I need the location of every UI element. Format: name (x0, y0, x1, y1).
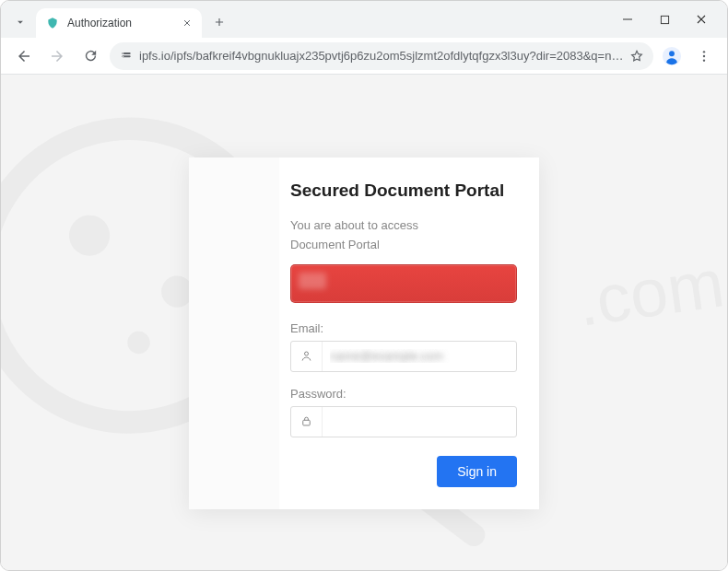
arrow-left-icon (16, 48, 32, 64)
bookmark-button[interactable] (629, 49, 644, 64)
back-button[interactable] (10, 42, 38, 70)
svg-point-17 (305, 352, 309, 355)
page-viewport: risk .com Secured Document Portal You ar… (1, 75, 727, 570)
svg-point-9 (703, 59, 705, 61)
user-icon (291, 342, 323, 371)
forward-button[interactable] (43, 42, 71, 70)
plus-icon (213, 16, 226, 29)
tab-search-button[interactable] (8, 10, 32, 34)
login-card: Secured Document Portal You are about to… (189, 157, 539, 509)
tab-close-button[interactable] (180, 16, 194, 30)
password-input-wrap[interactable] (290, 406, 517, 437)
svg-point-6 (669, 51, 675, 56)
sign-in-button[interactable]: Sign in (437, 456, 517, 487)
tab-favicon (45, 16, 60, 30)
svg-rect-18 (303, 421, 311, 426)
reload-icon (83, 48, 99, 64)
maximize-button[interactable] (646, 5, 683, 34)
svg-point-3 (123, 52, 123, 53)
site-info-icon[interactable] (119, 49, 134, 64)
svg-point-7 (703, 51, 705, 52)
redacted-banner (290, 264, 517, 303)
access-subtext: You are about to access (290, 218, 517, 232)
email-input-wrap[interactable] (290, 341, 517, 372)
close-icon (182, 18, 192, 28)
close-icon (696, 14, 707, 25)
new-tab-button[interactable] (207, 10, 231, 34)
minimize-icon (622, 14, 633, 25)
window-controls (609, 1, 720, 38)
svg-point-4 (123, 55, 123, 56)
profile-icon (662, 46, 682, 66)
maximize-icon (660, 15, 670, 25)
svg-point-8 (703, 54, 705, 56)
minimize-button[interactable] (609, 5, 646, 34)
email-input[interactable] (323, 342, 516, 371)
browser-tab[interactable]: Authorization (36, 8, 202, 38)
email-label: Email: (290, 321, 517, 335)
password-label: Password: (290, 387, 517, 401)
card-side-panel (189, 157, 279, 509)
lock-icon (291, 407, 323, 437)
kebab-icon (697, 49, 711, 64)
arrow-right-icon (49, 48, 65, 64)
navigation-toolbar: ipfs.io/ipfs/bafkreif4vbgnukluajx235pvtj… (1, 38, 727, 75)
profile-button[interactable] (659, 43, 685, 69)
svg-point-14 (126, 330, 152, 355)
browser-window: Authorization (0, 0, 728, 571)
chevron-down-icon (14, 16, 27, 29)
svg-text:.com: .com (572, 244, 727, 340)
close-window-button[interactable] (683, 5, 720, 34)
svg-rect-0 (661, 16, 668, 23)
page-heading: Secured Document Portal (290, 180, 517, 202)
portal-subtext: Document Portal (290, 238, 517, 251)
url-text: ipfs.io/ipfs/bafkreif4vbgnukluajx235pvtj… (139, 49, 624, 63)
password-input[interactable] (323, 407, 516, 437)
address-bar[interactable]: ipfs.io/ipfs/bafkreif4vbgnukluajx235pvtj… (110, 42, 653, 70)
titlebar: Authorization (1, 1, 727, 38)
svg-point-12 (66, 213, 112, 259)
reload-button[interactable] (76, 42, 104, 70)
tab-title: Authorization (67, 17, 172, 29)
star-icon (629, 49, 644, 64)
browser-menu-button[interactable] (690, 42, 718, 70)
